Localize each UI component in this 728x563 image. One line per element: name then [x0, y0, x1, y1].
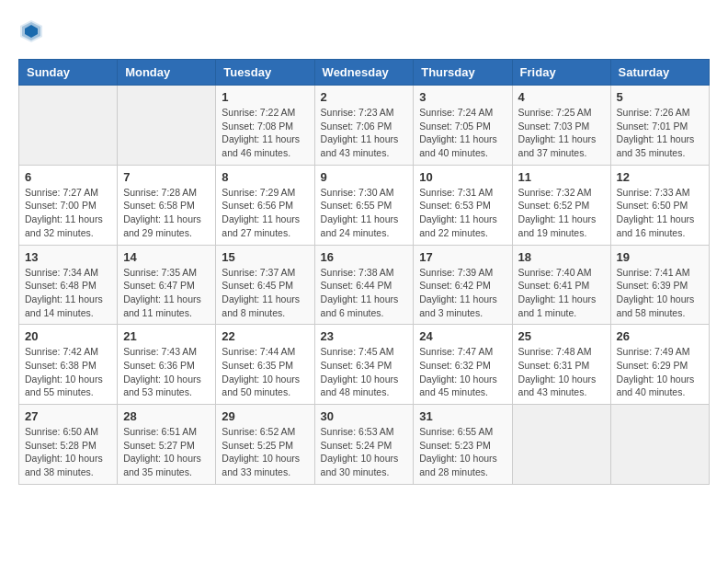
day-info: Sunrise: 7:34 AM Sunset: 6:48 PM Dayligh…	[25, 266, 111, 320]
day-number: 9	[321, 170, 408, 184]
page-header	[18, 18, 710, 44]
calendar-cell: 1Sunrise: 7:22 AM Sunset: 7:08 PM Daylig…	[216, 86, 314, 166]
day-info: Sunrise: 6:55 AM Sunset: 5:23 PM Dayligh…	[419, 425, 506, 479]
day-number: 13	[25, 250, 111, 264]
calendar-cell: 10Sunrise: 7:31 AM Sunset: 6:53 PM Dayli…	[414, 165, 512, 245]
calendar-weekday-header: Saturday	[610, 60, 709, 86]
day-number: 16	[321, 250, 408, 264]
day-info: Sunrise: 7:29 AM Sunset: 6:56 PM Dayligh…	[222, 186, 308, 240]
calendar-cell: 29Sunrise: 6:52 AM Sunset: 5:25 PM Dayli…	[216, 405, 314, 485]
day-number: 21	[123, 329, 210, 343]
calendar-cell: 23Sunrise: 7:45 AM Sunset: 6:34 PM Dayli…	[314, 325, 414, 405]
calendar-weekday-header: Monday	[118, 60, 216, 86]
day-number: 18	[518, 250, 605, 264]
day-number: 30	[321, 409, 408, 423]
calendar-weekday-header: Tuesday	[216, 60, 314, 86]
calendar-cell: 12Sunrise: 7:33 AM Sunset: 6:50 PM Dayli…	[610, 165, 709, 245]
day-number: 24	[419, 329, 506, 343]
calendar-cell: 19Sunrise: 7:41 AM Sunset: 6:39 PM Dayli…	[610, 245, 709, 325]
calendar-cell: 4Sunrise: 7:25 AM Sunset: 7:03 PM Daylig…	[512, 86, 610, 166]
calendar-cell: 11Sunrise: 7:32 AM Sunset: 6:52 PM Dayli…	[512, 165, 610, 245]
calendar-cell: 3Sunrise: 7:24 AM Sunset: 7:05 PM Daylig…	[414, 86, 512, 166]
calendar-week-row: 13Sunrise: 7:34 AM Sunset: 6:48 PM Dayli…	[19, 245, 710, 325]
day-info: Sunrise: 7:35 AM Sunset: 6:47 PM Dayligh…	[123, 266, 210, 320]
day-info: Sunrise: 7:26 AM Sunset: 7:01 PM Dayligh…	[617, 106, 703, 160]
calendar-table: SundayMondayTuesdayWednesdayThursdayFrid…	[18, 59, 710, 485]
day-info: Sunrise: 7:33 AM Sunset: 6:50 PM Dayligh…	[617, 186, 703, 240]
day-info: Sunrise: 7:49 AM Sunset: 6:29 PM Dayligh…	[617, 345, 703, 399]
calendar-cell: 6Sunrise: 7:27 AM Sunset: 7:00 PM Daylig…	[19, 165, 118, 245]
day-number: 11	[518, 170, 605, 184]
calendar-cell: 25Sunrise: 7:48 AM Sunset: 6:31 PM Dayli…	[512, 325, 610, 405]
calendar-cell: 13Sunrise: 7:34 AM Sunset: 6:48 PM Dayli…	[19, 245, 118, 325]
day-number: 5	[617, 90, 703, 104]
day-info: Sunrise: 7:31 AM Sunset: 6:53 PM Dayligh…	[419, 186, 506, 240]
day-info: Sunrise: 6:53 AM Sunset: 5:24 PM Dayligh…	[321, 425, 408, 479]
day-number: 12	[617, 170, 703, 184]
day-info: Sunrise: 6:51 AM Sunset: 5:27 PM Dayligh…	[123, 425, 210, 479]
calendar-cell: 22Sunrise: 7:44 AM Sunset: 6:35 PM Dayli…	[216, 325, 314, 405]
day-number: 4	[518, 90, 605, 104]
day-number: 14	[123, 250, 210, 264]
calendar-weekday-header: Wednesday	[314, 60, 414, 86]
calendar-cell: 24Sunrise: 7:47 AM Sunset: 6:32 PM Dayli…	[414, 325, 512, 405]
day-info: Sunrise: 7:40 AM Sunset: 6:41 PM Dayligh…	[518, 266, 605, 320]
day-info: Sunrise: 7:32 AM Sunset: 6:52 PM Dayligh…	[518, 186, 605, 240]
calendar-cell: 15Sunrise: 7:37 AM Sunset: 6:45 PM Dayli…	[216, 245, 314, 325]
day-number: 31	[419, 409, 506, 423]
day-number: 17	[419, 250, 506, 264]
day-info: Sunrise: 7:27 AM Sunset: 7:00 PM Dayligh…	[25, 186, 111, 240]
day-info: Sunrise: 7:42 AM Sunset: 6:38 PM Dayligh…	[25, 345, 111, 399]
day-info: Sunrise: 7:43 AM Sunset: 6:36 PM Dayligh…	[123, 345, 210, 399]
calendar-cell: 31Sunrise: 6:55 AM Sunset: 5:23 PM Dayli…	[414, 405, 512, 485]
calendar-cell: 17Sunrise: 7:39 AM Sunset: 6:42 PM Dayli…	[414, 245, 512, 325]
day-number: 23	[321, 329, 408, 343]
day-info: Sunrise: 6:52 AM Sunset: 5:25 PM Dayligh…	[222, 425, 308, 479]
calendar-weekday-header: Sunday	[19, 60, 118, 86]
day-info: Sunrise: 7:47 AM Sunset: 6:32 PM Dayligh…	[419, 345, 506, 399]
day-info: Sunrise: 7:41 AM Sunset: 6:39 PM Dayligh…	[617, 266, 703, 320]
calendar-cell: 7Sunrise: 7:28 AM Sunset: 6:58 PM Daylig…	[118, 165, 216, 245]
calendar-cell: 9Sunrise: 7:30 AM Sunset: 6:55 PM Daylig…	[314, 165, 414, 245]
day-info: Sunrise: 7:25 AM Sunset: 7:03 PM Dayligh…	[518, 106, 605, 160]
day-number: 7	[123, 170, 210, 184]
day-info: Sunrise: 7:39 AM Sunset: 6:42 PM Dayligh…	[419, 266, 506, 320]
calendar-week-row: 27Sunrise: 6:50 AM Sunset: 5:28 PM Dayli…	[19, 405, 710, 485]
calendar-cell: 30Sunrise: 6:53 AM Sunset: 5:24 PM Dayli…	[314, 405, 414, 485]
day-info: Sunrise: 7:48 AM Sunset: 6:31 PM Dayligh…	[518, 345, 605, 399]
day-info: Sunrise: 6:50 AM Sunset: 5:28 PM Dayligh…	[25, 425, 111, 479]
calendar-header-row: SundayMondayTuesdayWednesdayThursdayFrid…	[19, 60, 710, 86]
day-info: Sunrise: 7:44 AM Sunset: 6:35 PM Dayligh…	[222, 345, 308, 399]
day-number: 8	[222, 170, 308, 184]
calendar-cell	[19, 86, 118, 166]
logo	[18, 18, 48, 44]
day-number: 22	[222, 329, 308, 343]
day-info: Sunrise: 7:22 AM Sunset: 7:08 PM Dayligh…	[222, 106, 308, 160]
day-number: 20	[25, 329, 111, 343]
calendar-cell: 18Sunrise: 7:40 AM Sunset: 6:41 PM Dayli…	[512, 245, 610, 325]
day-number: 2	[321, 90, 408, 104]
calendar-cell: 2Sunrise: 7:23 AM Sunset: 7:06 PM Daylig…	[314, 86, 414, 166]
day-number: 19	[617, 250, 703, 264]
calendar-cell	[118, 86, 216, 166]
logo-icon	[18, 18, 44, 44]
day-number: 15	[222, 250, 308, 264]
day-number: 26	[617, 329, 703, 343]
day-info: Sunrise: 7:24 AM Sunset: 7:05 PM Dayligh…	[419, 106, 506, 160]
calendar-cell: 28Sunrise: 6:51 AM Sunset: 5:27 PM Dayli…	[118, 405, 216, 485]
day-info: Sunrise: 7:23 AM Sunset: 7:06 PM Dayligh…	[321, 106, 408, 160]
day-number: 1	[222, 90, 308, 104]
calendar-week-row: 6Sunrise: 7:27 AM Sunset: 7:00 PM Daylig…	[19, 165, 710, 245]
day-number: 10	[419, 170, 506, 184]
day-info: Sunrise: 7:45 AM Sunset: 6:34 PM Dayligh…	[321, 345, 408, 399]
calendar-cell: 14Sunrise: 7:35 AM Sunset: 6:47 PM Dayli…	[118, 245, 216, 325]
calendar-cell	[512, 405, 610, 485]
calendar-cell: 8Sunrise: 7:29 AM Sunset: 6:56 PM Daylig…	[216, 165, 314, 245]
day-number: 25	[518, 329, 605, 343]
day-number: 3	[419, 90, 506, 104]
calendar-cell: 16Sunrise: 7:38 AM Sunset: 6:44 PM Dayli…	[314, 245, 414, 325]
day-number: 29	[222, 409, 308, 423]
day-number: 28	[123, 409, 210, 423]
calendar-cell: 26Sunrise: 7:49 AM Sunset: 6:29 PM Dayli…	[610, 325, 709, 405]
calendar-week-row: 1Sunrise: 7:22 AM Sunset: 7:08 PM Daylig…	[19, 86, 710, 166]
